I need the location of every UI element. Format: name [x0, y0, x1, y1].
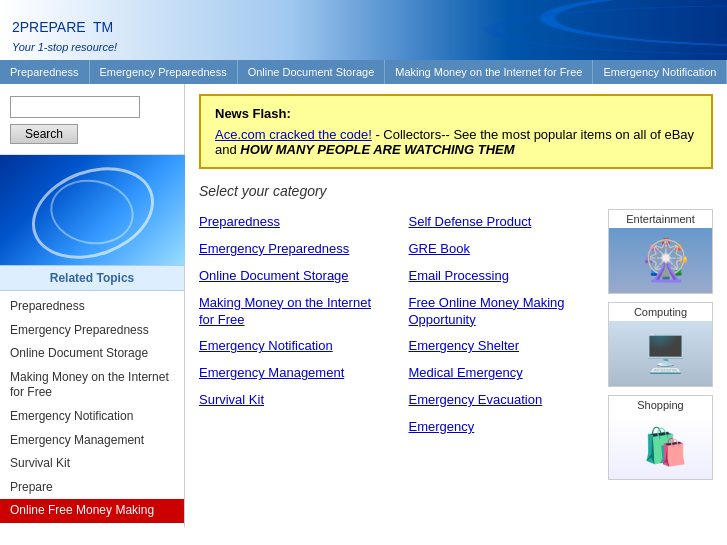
- category-link[interactable]: Emergency Management: [199, 360, 389, 387]
- category-link[interactable]: Emergency Evacuation: [409, 387, 599, 414]
- thumbnail-label: Computing: [609, 303, 712, 321]
- thumbnail-label: Shopping: [609, 396, 712, 414]
- related-topics-header: Related Topics: [0, 265, 184, 291]
- sidebar-link-sl-making-money[interactable]: Making Money on the Internet for Free: [0, 366, 184, 405]
- thumbnails-panel: EntertainmentComputingShopping: [598, 209, 713, 480]
- sidebar-link-sl-free-money[interactable]: Online Free Money Making: [0, 499, 184, 523]
- category-link[interactable]: Online Document Storage: [199, 263, 389, 290]
- category-link[interactable]: Emergency Notification: [199, 333, 389, 360]
- sidebar: Search Related Topics PreparednessEmerge…: [0, 84, 185, 527]
- thumbnail-computing[interactable]: Computing: [608, 302, 713, 387]
- category-link[interactable]: GRE Book: [409, 236, 599, 263]
- newsflash-bold-text: HOW MANY PEOPLE ARE WATCHING THEM: [240, 142, 514, 157]
- search-input[interactable]: [10, 96, 140, 118]
- category-column-2: Self Defense ProductGRE BookEmail Proces…: [409, 209, 599, 480]
- search-box: Search: [0, 84, 184, 155]
- nav-item-nav-doc-storage[interactable]: Online Document Storage: [238, 60, 386, 84]
- logo-text: 2PREPARE: [12, 19, 86, 35]
- sidebar-link-sl-emergency-prep[interactable]: Emergency Preparedness: [0, 319, 184, 343]
- nav-item-nav-emergency-prep[interactable]: Emergency Preparedness: [90, 60, 238, 84]
- category-link[interactable]: Medical Emergency: [409, 360, 599, 387]
- nav-item-nav-making-money[interactable]: Making Money on the Internet for Free: [385, 60, 593, 84]
- category-link[interactable]: Self Defense Product: [409, 209, 599, 236]
- content-area: News Flash: Ace.com cracked the code! - …: [185, 84, 727, 527]
- category-link[interactable]: Making Money on the Internet for Free: [199, 290, 389, 334]
- category-link[interactable]: Survival Kit: [199, 387, 389, 414]
- category-link[interactable]: Preparedness: [199, 209, 389, 236]
- category-column-1: PreparednessEmergency PreparednessOnline…: [199, 209, 389, 480]
- sidebar-link-sl-notification[interactable]: Emergency Notification: [0, 405, 184, 429]
- search-button[interactable]: Search: [10, 124, 78, 144]
- newsflash-box: News Flash: Ace.com cracked the code! - …: [199, 94, 713, 169]
- category-link[interactable]: Emergency Preparedness: [199, 236, 389, 263]
- sidebar-image: [0, 155, 185, 265]
- thumbnail-label: Entertainment: [609, 210, 712, 228]
- sidebar-link-sl-doc-storage[interactable]: Online Document Storage: [0, 342, 184, 366]
- main-layout: Search Related Topics PreparednessEmerge…: [0, 84, 727, 527]
- newsflash-body: Ace.com cracked the code! - Collectors--…: [215, 127, 697, 157]
- navbar: PreparednessEmergency PreparednessOnline…: [0, 60, 727, 84]
- sidebar-link-sl-management[interactable]: Emergency Management: [0, 429, 184, 453]
- thumbnail-shopping[interactable]: Shopping: [608, 395, 713, 480]
- sidebar-link-sl-preparedness[interactable]: Preparedness: [0, 295, 184, 319]
- category-link[interactable]: Emergency: [409, 414, 599, 441]
- nav-item-nav-notification[interactable]: Emergency Notification: [593, 60, 727, 84]
- header: 2PREPARE TM Your 1-stop resource!: [0, 0, 727, 60]
- category-grid: PreparednessEmergency PreparednessOnline…: [199, 209, 713, 480]
- category-link[interactable]: Free Online Money Making Opportunity: [409, 290, 599, 334]
- thumbnail-image-computing: [609, 321, 713, 386]
- tagline: Your 1-stop resource!: [12, 41, 715, 53]
- sidebar-link-sl-prepare[interactable]: Prepare: [0, 476, 184, 500]
- thumbnail-image-shopping: [609, 414, 713, 479]
- category-cols: PreparednessEmergency PreparednessOnline…: [199, 209, 598, 480]
- category-link[interactable]: Email Processing: [409, 263, 599, 290]
- nav-item-nav-preparedness[interactable]: Preparedness: [0, 60, 90, 84]
- sidebar-link-sl-survival[interactable]: Survival Kit: [0, 452, 184, 476]
- site-logo: 2PREPARE TM: [12, 8, 715, 39]
- newsflash-title: News Flash:: [215, 106, 697, 121]
- category-title: Select your category: [199, 183, 713, 199]
- newsflash-link[interactable]: Ace.com cracked the code!: [215, 127, 372, 142]
- category-link[interactable]: Emergency Shelter: [409, 333, 599, 360]
- sidebar-links: PreparednessEmergency PreparednessOnline…: [0, 291, 184, 527]
- thumbnail-entertainment[interactable]: Entertainment: [608, 209, 713, 294]
- thumbnail-image-entertainment: [609, 228, 713, 293]
- trademark: TM: [93, 19, 113, 35]
